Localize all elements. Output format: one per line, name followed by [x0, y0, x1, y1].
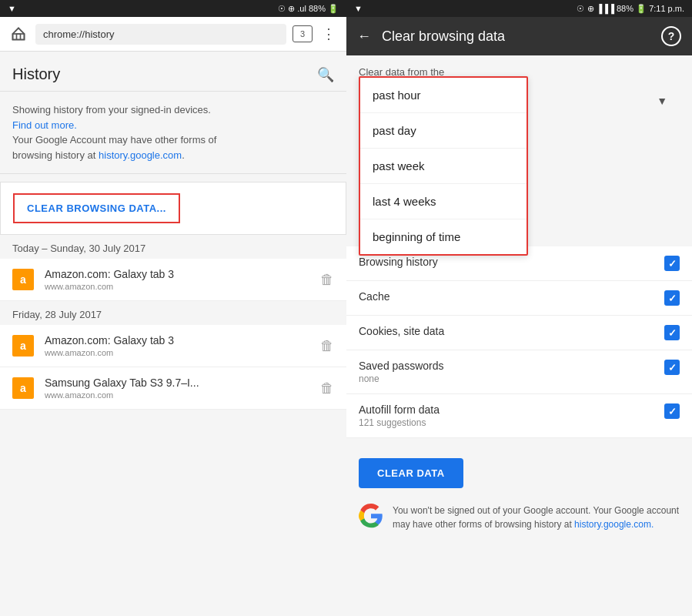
browser-bar: chrome://history 3 ⋮	[0, 17, 346, 52]
back-button[interactable]: ←	[357, 28, 371, 45]
google-logo	[359, 504, 383, 528]
more-options-button[interactable]: ⋮	[319, 25, 339, 42]
delete-item3-icon[interactable]: 🗑	[320, 380, 334, 397]
cache-checkbox[interactable]	[664, 290, 680, 306]
google-notice-text: You won't be signed out of your Google a…	[393, 504, 680, 531]
autofill-sub: 121 suggestions	[359, 417, 657, 428]
cookies-checkbox[interactable]	[664, 325, 680, 340]
dropdown-arrow-icon: ▼	[657, 95, 667, 107]
right-status-left: ▼	[354, 4, 363, 13]
find-out-more-link[interactable]: Find out more.	[12, 119, 77, 131]
item3-title: Samsung Galaxy Tab S3 9.7–I...	[45, 377, 309, 389]
amazon-favicon-2: a	[12, 335, 34, 357]
time-range-dropdown-open[interactable]: past hour past day past week last 4 week…	[359, 76, 528, 256]
checkbox-cookies[interactable]: Cookies, site data	[346, 316, 692, 350]
history-info: Showing history from your signed-in devi…	[0, 92, 346, 174]
left-panel: ▼ ☉ ⊕ .ul 88% 🔋 chrome://history 3 ⋮ His…	[0, 0, 346, 616]
history-item-2[interactable]: a Amazon.com: Galaxy tab 3 www.amazon.co…	[0, 325, 346, 367]
search-icon[interactable]: 🔍	[317, 66, 334, 83]
amazon-favicon-1: a	[12, 269, 34, 290]
browsing-history-checkbox[interactable]	[664, 256, 680, 271]
left-status-left: ▼	[8, 4, 16, 13]
option-beginning-of-time[interactable]: beginning of time	[360, 219, 527, 254]
item3-url: www.amazon.com	[45, 390, 309, 400]
history-title: History	[12, 65, 60, 83]
svg-rect-0	[13, 34, 25, 40]
saved-passwords-sub: none	[359, 373, 657, 384]
google-notice-link[interactable]: history.google.com.	[574, 519, 654, 530]
option-last-4-weeks[interactable]: last 4 weeks	[360, 184, 527, 219]
checkboxes-section: Browsing history Cache Cookies, site dat…	[346, 239, 692, 446]
left-status-bar: ▼ ☉ ⊕ .ul 88% 🔋	[0, 0, 346, 17]
url-bar[interactable]: chrome://history	[35, 24, 286, 45]
clear-data-button[interactable]: CLEAR DATA	[359, 458, 463, 488]
amazon-favicon-3: a	[12, 377, 34, 399]
checkbox-cache[interactable]: Cache	[346, 281, 692, 316]
option-past-week[interactable]: past week	[360, 149, 527, 184]
item2-title: Amazon.com: Galaxy tab 3	[45, 334, 309, 346]
autofill-label: Autofill form data	[359, 403, 657, 416]
clear-browsing-data-container: CLEAR BROWSING DATA...	[0, 182, 346, 235]
history-item-3[interactable]: a Samsung Galaxy Tab S3 9.7–I... www.ama…	[0, 367, 346, 410]
saved-passwords-checkbox[interactable]	[664, 360, 680, 375]
home-button[interactable]	[8, 23, 29, 45]
delete-item1-icon[interactable]: 🗑	[320, 272, 334, 288]
cookies-label: Cookies, site data	[359, 325, 657, 337]
history-signed-in-text: Showing history from your signed-in devi…	[12, 102, 334, 118]
saved-passwords-label: Saved passwords	[359, 360, 657, 372]
clear-browsing-data-button[interactable]: CLEAR BROWSING DATA...	[13, 193, 180, 223]
help-button[interactable]: ?	[661, 26, 681, 46]
history-item-1[interactable]: a Amazon.com: Galaxy tab 3 www.amazon.co…	[0, 259, 346, 301]
right-header: ← Clear browsing data ?	[346, 17, 692, 55]
right-header-title: Clear browsing data	[382, 28, 650, 45]
tab-count-badge[interactable]: 3	[293, 25, 313, 42]
left-status-right: ☉ ⊕ .ul 88% 🔋	[278, 4, 339, 14]
item1-title: Amazon.com: Galaxy tab 3	[45, 268, 309, 280]
history-header: History 🔍	[0, 52, 346, 92]
date-separator-today: Today – Sunday, 30 July 2017	[0, 235, 346, 259]
clear-from-section: Clear data from the past hour past day p…	[346, 55, 692, 89]
date-separator-friday: Friday, 28 July 2017	[0, 301, 346, 325]
checkbox-saved-passwords[interactable]: Saved passwords none	[346, 350, 692, 394]
google-notice: You won't be signed out of your Google a…	[346, 496, 692, 539]
right-panel: ▼ ☉ ⊕ ▐▐▐ 88% 🔋 7:11 p.m. ← Clear browsi…	[346, 0, 692, 616]
item1-url: www.amazon.com	[45, 282, 309, 291]
option-past-hour[interactable]: past hour	[360, 78, 527, 113]
option-past-day[interactable]: past day	[360, 113, 527, 149]
browsing-history-label: Browsing history	[359, 256, 657, 268]
item2-url: www.amazon.com	[45, 348, 309, 357]
right-content: Clear data from the past hour past day p…	[346, 55, 692, 616]
cache-label: Cache	[359, 290, 657, 303]
autofill-checkbox[interactable]	[664, 403, 680, 419]
right-status-right: ☉ ⊕ ▐▐▐ 88% 🔋 7:11 p.m.	[577, 4, 684, 14]
right-status-bar: ▼ ☉ ⊕ ▐▐▐ 88% 🔋 7:11 p.m.	[346, 0, 692, 17]
checkbox-autofill[interactable]: Autofill form data 121 suggestions	[346, 394, 692, 438]
delete-item2-icon[interactable]: 🗑	[320, 338, 334, 354]
history-google-account-text: Your Google Account may have other forms…	[12, 132, 334, 162]
history-google-link[interactable]: history.google.com	[99, 149, 182, 161]
